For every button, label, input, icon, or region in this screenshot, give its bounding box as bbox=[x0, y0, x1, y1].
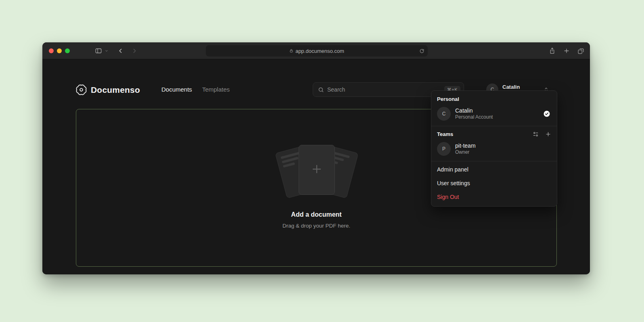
nav-templates[interactable]: Templates bbox=[202, 86, 230, 93]
browser-window: app.documenso.com bbox=[42, 42, 590, 274]
account-dropdown-menu: Personal C Catalin Personal Account Team… bbox=[431, 90, 557, 207]
selected-check-icon bbox=[543, 110, 550, 117]
share-icon[interactable] bbox=[549, 47, 556, 54]
document-card-front bbox=[299, 145, 335, 195]
account-name: Catalin bbox=[502, 84, 537, 90]
manage-teams-icon[interactable] bbox=[533, 131, 539, 137]
dropzone-subtitle: Drag & drop your PDF here. bbox=[76, 223, 556, 229]
lock-icon bbox=[289, 48, 293, 53]
back-button[interactable] bbox=[117, 48, 124, 54]
nav-documents[interactable]: Documents bbox=[161, 86, 192, 93]
teams-section-label: Teams bbox=[437, 131, 526, 137]
document-stack-illustration bbox=[276, 142, 357, 202]
sidebar-chevron-down-icon[interactable] bbox=[105, 49, 109, 53]
team-name: pit-team bbox=[455, 142, 476, 149]
personal-account-avatar: C bbox=[437, 107, 451, 121]
plus-icon bbox=[311, 163, 323, 177]
add-team-icon[interactable] bbox=[545, 131, 551, 137]
documenso-app: Documenso Documents Templates ⌘+K C Cata… bbox=[42, 59, 590, 274]
refresh-icon[interactable] bbox=[419, 45, 424, 56]
personal-account-name: Catalin bbox=[455, 107, 493, 114]
traffic-lights bbox=[42, 48, 70, 53]
team-item[interactable]: P pit-team Owner bbox=[431, 140, 557, 160]
personal-account-item[interactable]: C Catalin Personal Account bbox=[431, 105, 557, 125]
documenso-logo-icon bbox=[76, 84, 87, 95]
menu-item-admin-panel[interactable]: Admin panel bbox=[431, 163, 557, 176]
tab-overview-icon[interactable] bbox=[577, 48, 584, 54]
teams-section-header: Teams bbox=[431, 128, 557, 140]
team-avatar: P bbox=[437, 142, 451, 156]
menu-divider bbox=[431, 126, 557, 126]
menu-item-user-settings[interactable]: User settings bbox=[431, 176, 557, 190]
sidebar-toggle-icon[interactable] bbox=[95, 47, 102, 54]
close-window-button[interactable] bbox=[49, 48, 54, 53]
menu-divider bbox=[431, 161, 557, 161]
menu-item-sign-out[interactable]: Sign Out bbox=[431, 190, 557, 204]
toolbar-right-actions bbox=[549, 42, 584, 59]
zoom-window-button[interactable] bbox=[65, 48, 70, 53]
new-tab-icon[interactable] bbox=[563, 48, 570, 54]
personal-section-label: Personal bbox=[431, 92, 557, 105]
minimize-window-button[interactable] bbox=[57, 48, 62, 53]
brand[interactable]: Documenso bbox=[76, 84, 140, 95]
dropzone-title: Add a document bbox=[76, 211, 556, 218]
brand-name: Documenso bbox=[91, 85, 140, 95]
search-icon bbox=[318, 87, 324, 93]
personal-account-subtitle: Personal Account bbox=[455, 114, 493, 120]
main-nav: Documents Templates bbox=[161, 86, 230, 93]
team-role: Owner bbox=[455, 149, 476, 155]
address-bar[interactable]: app.documenso.com bbox=[206, 45, 428, 56]
url-text: app.documenso.com bbox=[295, 48, 344, 54]
search-input[interactable] bbox=[327, 86, 441, 93]
forward-button[interactable] bbox=[131, 48, 138, 54]
browser-toolbar: app.documenso.com bbox=[42, 42, 590, 59]
